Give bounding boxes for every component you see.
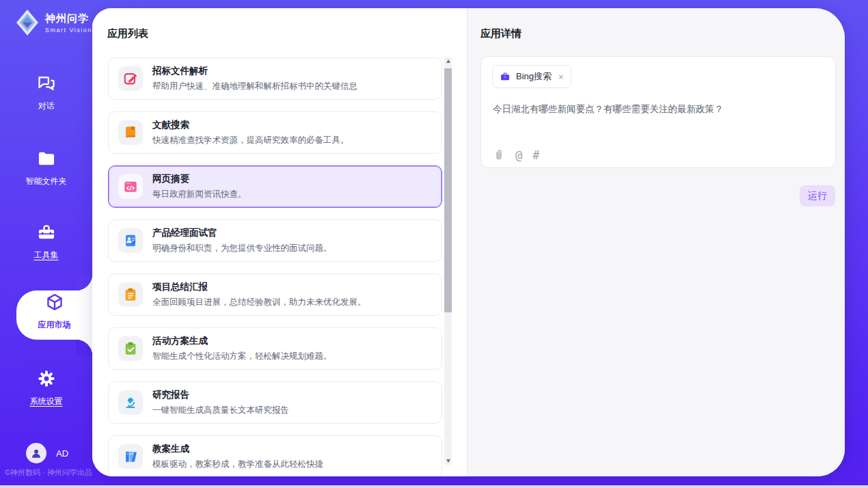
brand-name: 神州问学	[45, 12, 92, 25]
copyright-footer: ©神州数码 · 神州问学出品	[5, 467, 92, 478]
tool-tag-bing[interactable]: Bing搜索 ×	[492, 65, 571, 88]
query-text[interactable]: 今日湖北有哪些新闻要点？有哪些需要关注的最新政策？	[493, 103, 824, 116]
main-content: 应用列表 招标文件解析帮助用户快速、准确地理解和解析招标书中的关键信息文献搜索快…	[92, 8, 845, 476]
sidebar-item-2[interactable]: 智能文件夹	[0, 149, 92, 187]
avatar	[26, 443, 46, 463]
scrollbar-thumb[interactable]	[444, 68, 452, 312]
app-detail-panel: 应用详情 Bing搜索 × 今日湖北有哪些新闻要点？有哪些需要关注的最新政策？ …	[467, 8, 845, 476]
sidebar-item-label: 系统设置	[30, 396, 63, 407]
toolbox-icon	[37, 223, 56, 245]
app-card-7[interactable]: 研究报告一键智能生成高质量长文本研究报告	[108, 381, 442, 424]
clipboard-icon	[118, 282, 143, 307]
app-card-8[interactable]: 教案生成模板驱动，教案秒成，教学准备从此轻松快捷	[108, 435, 442, 476]
user-account[interactable]: AD	[26, 443, 68, 463]
tool-tag-label: Bing搜索	[516, 70, 552, 83]
app-card-desc: 模板驱动，教案秒成，教学准备从此轻松快捷	[152, 459, 323, 470]
app-card-3[interactable]: 网页摘要每日政府新闻资讯快查。	[108, 165, 442, 208]
window-bottom-edge	[0, 485, 868, 488]
sidebar-item-5[interactable]: 系统设置	[0, 369, 92, 407]
tag-close-icon[interactable]: ×	[558, 72, 564, 81]
app-card-desc: 快速精准查找学术资源，提高研究效率的必备工具。	[152, 135, 349, 146]
scrollbar[interactable]	[444, 57, 452, 465]
app-card-4[interactable]: 产品经理面试官明确身份和职责，为您提供专业性的面试问题。	[108, 219, 442, 262]
app-card-title: 研究报告	[152, 389, 289, 401]
scroll-down-arrow[interactable]	[444, 457, 452, 465]
briefcase-icon	[500, 71, 511, 82]
app-card-title: 活动方案生成	[152, 335, 332, 347]
sidebar-item-label: 对话	[38, 100, 55, 112]
app-card-desc: 智能生成个性化活动方案，轻松解决规划难题。	[152, 351, 332, 362]
plan-check-icon	[118, 336, 143, 361]
mention-icon[interactable]: @	[515, 148, 522, 162]
app-card-title: 产品经理面试官	[152, 227, 332, 239]
prompt-composer: Bing搜索 × 今日湖北有哪些新闻要点？有哪些需要关注的最新政策？ @ #	[480, 56, 836, 168]
webpage-icon	[118, 174, 143, 199]
cube-icon	[45, 293, 64, 314]
books-icon	[118, 444, 143, 469]
app-card-desc: 帮助用户快速、准确地理解和解析招标书中的关键信息	[152, 81, 357, 92]
app-card-6[interactable]: 活动方案生成智能生成个性化活动方案，轻松解决规划难题。	[108, 327, 442, 370]
app-card-2[interactable]: 文献搜索快速精准查找学术资源，提高研究效率的必备工具。	[108, 111, 442, 154]
sidebar-item-4[interactable]: 应用市场	[16, 293, 92, 331]
app-list: 招标文件解析帮助用户快速、准确地理解和解析招标书中的关键信息文献搜索快速精准查找…	[108, 57, 442, 476]
microscope-icon	[118, 390, 143, 415]
app-card-desc: 每日政府新闻资讯快查。	[152, 189, 247, 200]
app-detail-title: 应用详情	[480, 27, 521, 40]
app-logo: 神州问学 Smart Vision	[15, 8, 92, 37]
sidebar-item-label: 智能文件夹	[26, 176, 67, 187]
bid-doc-icon	[118, 66, 143, 91]
book-icon	[118, 120, 143, 145]
hash-icon[interactable]: #	[532, 148, 539, 162]
sidebar-item-1[interactable]: 对话	[0, 74, 92, 112]
app-card-1[interactable]: 招标文件解析帮助用户快速、准确地理解和解析招标书中的关键信息	[108, 57, 442, 100]
sidebar-item-label: 工具集	[34, 249, 59, 261]
interview-icon	[118, 228, 143, 253]
app-card-desc: 全面回顾项目进展，总结经验教训，助力未来优化发展。	[152, 297, 366, 308]
sidebar-item-3[interactable]: 工具集	[0, 223, 92, 261]
attach-icon[interactable]	[493, 149, 505, 161]
brand-diamond-icon	[15, 8, 40, 37]
app-card-title: 教案生成	[152, 443, 323, 455]
app-list-title: 应用列表	[107, 27, 148, 40]
user-icon	[30, 447, 42, 459]
app-card-title: 项目总结汇报	[152, 281, 366, 293]
app-card-5[interactable]: 项目总结汇报全面回顾项目进展，总结经验教训，助力未来优化发展。	[108, 273, 442, 316]
run-button[interactable]: 运行	[800, 185, 835, 206]
app-list-panel: 应用列表 招标文件解析帮助用户快速、准确地理解和解析招标书中的关键信息文献搜索快…	[92, 8, 467, 476]
user-name: AD	[56, 448, 68, 459]
app-card-title: 招标文件解析	[152, 65, 357, 77]
chat-icon	[37, 74, 56, 96]
brand-subtitle: Smart Vision	[45, 27, 92, 33]
app-card-desc: 一键智能生成高质量长文本研究报告	[152, 405, 289, 416]
app-card-title: 网页摘要	[152, 173, 247, 185]
app-card-title: 文献搜索	[152, 119, 349, 131]
app-card-desc: 明确身份和职责，为您提供专业性的面试问题。	[152, 243, 332, 254]
gear-icon	[37, 369, 56, 391]
sidebar-item-label: 应用市场	[38, 319, 71, 331]
scroll-up-arrow[interactable]	[444, 57, 452, 65]
sidebar: 神州问学 Smart Vision 对话智能文件夹工具集应用市场系统设置 AD …	[0, 0, 92, 488]
folder-icon	[37, 149, 56, 171]
